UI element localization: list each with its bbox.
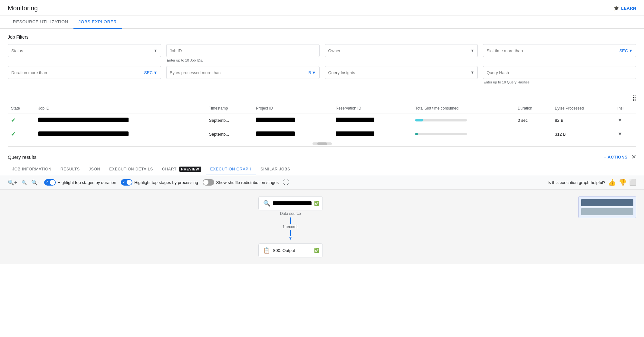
learn-icon: 🎓	[614, 6, 619, 11]
job-id-input-wrap[interactable]	[166, 44, 320, 57]
filter-query-insights: ▼	[325, 66, 478, 84]
redacted-job-id	[38, 131, 129, 136]
query-results-title: Query results	[8, 154, 36, 160]
fullscreen-button[interactable]: ⛶	[283, 179, 289, 186]
toggle-track[interactable]: ✓	[121, 179, 132, 186]
col-state: State	[8, 103, 35, 113]
duration-input-wrap[interactable]: SEC ▼	[8, 66, 161, 79]
horizontal-scrollbar[interactable]	[312, 142, 332, 145]
row1-job-id[interactable]	[35, 113, 206, 127]
tab-chart[interactable]: CHART PREVIEW	[158, 164, 206, 175]
tab-resource-utilization[interactable]: RESOURCE UTILIZATION	[8, 15, 73, 29]
tab-similar-jobs[interactable]: SIMILAR JOBS	[256, 164, 295, 175]
tab-execution-graph[interactable]: EXECUTION GRAPH	[206, 164, 256, 175]
highlight-processing-toggle[interactable]: ✓	[121, 179, 132, 186]
preview-badge: PREVIEW	[179, 167, 201, 172]
duration-unit-button[interactable]: SEC ▼	[144, 70, 158, 75]
data-source-node[interactable]: 🔍 Data source ✅	[258, 196, 323, 210]
tab-execution-details[interactable]: EXECUTION DETAILS	[105, 164, 158, 175]
feedback-section: Is this execution graph helpful? 👍 👎 ⬜	[548, 178, 636, 186]
redacted-job-id	[38, 118, 129, 122]
status-dropdown[interactable]: ▼	[8, 44, 161, 57]
execution-graph-area: 🔍 Data source ✅ 1 records ▼ 📋 S00: Outpu…	[0, 190, 644, 264]
query-hash-input-wrap[interactable]	[483, 66, 636, 79]
slot-time-input-wrap[interactable]: SEC ▼	[483, 44, 636, 57]
toggle-track[interactable]: ✓	[44, 179, 56, 186]
learn-button[interactable]: 🎓 LEARN	[614, 6, 636, 11]
chevron-down-icon: ▼	[154, 48, 158, 53]
expand-icon[interactable]: ▼	[618, 131, 623, 137]
check-icon: ✓	[45, 180, 48, 185]
thumbs-down-button[interactable]: 👎	[619, 178, 627, 186]
row2-state: ✔	[8, 127, 35, 141]
row2-reservation	[332, 127, 412, 141]
query-insights-dropdown[interactable]: ▼	[325, 66, 478, 79]
row1-duration: 0 sec	[514, 113, 552, 127]
bytes-unit-button[interactable]: B ▼	[308, 70, 316, 75]
query-hash-input[interactable]	[486, 70, 633, 75]
minimap-bar-light	[581, 208, 633, 215]
close-button[interactable]: ✕	[631, 153, 636, 160]
row1-bytes: 82 B	[552, 113, 614, 127]
zoom-out-button[interactable]: 🔍-	[31, 179, 39, 186]
datasource-label: Data source	[280, 211, 301, 216]
status-input[interactable]	[11, 48, 152, 53]
success-icon: ✔	[11, 117, 16, 123]
expand-icon[interactable]: ▼	[618, 117, 623, 123]
chevron-down-icon: ▼	[312, 70, 316, 75]
tab-json[interactable]: JSON	[84, 164, 105, 175]
thumbs-up-button[interactable]: 👍	[608, 178, 616, 186]
zoom-reset-button[interactable]: 🔍	[22, 180, 27, 185]
filters-grid: ▼ Enter up to 10 Job IDs. ▼ SEC ▼	[8, 44, 636, 84]
zoom-in-button[interactable]: 🔍+	[8, 179, 17, 186]
bytes-input[interactable]	[170, 70, 308, 75]
owner-dropdown[interactable]: ▼	[325, 44, 478, 57]
filter-job-id: Enter up to 10 Job IDs.	[166, 44, 320, 62]
row1-expand[interactable]: ▼	[614, 113, 636, 127]
highlight-processing-toggle-group: ✓ Highlight top stages by processing	[121, 179, 198, 186]
filters-section: Job Filters ▼ Enter up to 10 Job IDs. ▼	[0, 29, 644, 87]
minimap-bar-dark	[581, 199, 633, 206]
col-bytes: Bytes Processed	[552, 103, 614, 113]
feedback-label: Is this execution graph helpful?	[548, 180, 605, 185]
record-count-label: 1 records	[282, 225, 298, 229]
duration-bar	[415, 133, 418, 135]
tab-results[interactable]: RESULTS	[56, 164, 84, 175]
query-hash-hint: Enter up to 10 Query Hashes.	[483, 80, 636, 84]
col-slot-time: Total Slot time consumed	[412, 103, 514, 113]
minimap[interactable]	[578, 196, 636, 218]
arrow-down-icon: ▼	[289, 236, 293, 241]
result-tabs: JOB INFORMATION RESULTS JSON EXECUTION D…	[0, 164, 644, 175]
duration-input[interactable]	[11, 70, 144, 75]
show-shuffle-label: Show shuffle redistribution stages	[216, 180, 279, 185]
minimize-button[interactable]: ⬜	[629, 179, 636, 186]
search-icon: 🔍	[263, 200, 270, 207]
execution-graph-toolbar: 🔍+ 🔍 🔍- ✓ Highlight top stages by durati…	[0, 175, 644, 190]
tab-jobs-explorer[interactable]: JOBS EXPLORER	[73, 15, 122, 29]
query-insights-input[interactable]	[328, 70, 469, 75]
columns-icon[interactable]: ⣿	[632, 94, 636, 101]
col-timestamp: Timestamp	[206, 103, 253, 113]
row2-job-id[interactable]	[35, 127, 206, 141]
page-title: Monitoring	[8, 5, 38, 12]
slot-time-input[interactable]	[486, 48, 619, 53]
scrollbar-thumb[interactable]	[317, 142, 327, 145]
actions-button[interactable]: + ACTIONS	[604, 155, 628, 159]
redacted-project-id	[256, 118, 295, 122]
row2-project	[253, 127, 332, 141]
bytes-input-wrap[interactable]: B ▼	[166, 66, 320, 79]
slot-time-unit-button[interactable]: SEC ▼	[619, 48, 633, 53]
row2-expand[interactable]: ▼	[614, 127, 636, 141]
row1-timestamp: Septemb...	[206, 113, 253, 127]
tab-job-information[interactable]: JOB INFORMATION	[8, 164, 56, 175]
owner-input[interactable]	[328, 48, 469, 53]
show-shuffle-toggle[interactable]	[203, 179, 214, 186]
output-node[interactable]: 📋 S00: Output ✅	[258, 243, 323, 257]
main-tabs: RESOURCE UTILIZATION JOBS EXPLORER	[0, 15, 644, 29]
job-id-input[interactable]	[170, 48, 316, 53]
filter-status: ▼	[8, 44, 161, 62]
toggle-thumb	[127, 180, 132, 185]
highlight-duration-toggle[interactable]: ✓	[44, 179, 56, 186]
table-row: ✔ Septemb... 0 sec 82 B ▼	[8, 113, 636, 127]
toggle-track-off[interactable]	[203, 179, 214, 186]
